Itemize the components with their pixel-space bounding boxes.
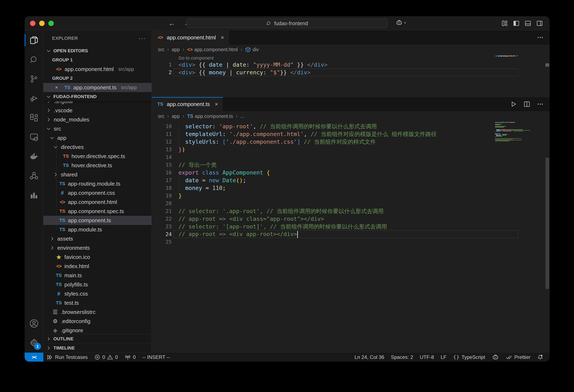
tree-file-.gitignore[interactable]: ◈.gitignore xyxy=(43,326,151,334)
tree-file-.editorconfig[interactable]: ⚙.editorconfig xyxy=(43,317,151,326)
tree-file-app.component.ts[interactable]: TSapp.component.ts xyxy=(43,216,151,225)
command-center-search[interactable]: fudao-frontend xyxy=(187,19,388,28)
tree-folder-src[interactable]: src xyxy=(43,124,151,133)
split-editor-icon[interactable] xyxy=(523,101,531,108)
code-editor-html[interactable]: Go to component1<div> {{ date | date: "y… xyxy=(152,55,550,97)
close-window-button[interactable] xyxy=(30,21,35,26)
activity-docker[interactable] xyxy=(25,147,43,166)
activity-extensions[interactable] xyxy=(25,108,43,127)
breadcrumb-label: app.component.html xyxy=(194,47,238,53)
tree-file-app.module.ts[interactable]: TSapp.module.ts xyxy=(43,225,151,234)
statusbar-notifications[interactable] xyxy=(534,353,547,362)
minimap[interactable] xyxy=(495,55,544,57)
tree-folder-environments[interactable]: environments xyxy=(43,243,151,253)
statusbar-run-testcases[interactable]: Run Testcases xyxy=(43,353,91,362)
statusbar-cursor-position[interactable]: Ln 24, Col 36 xyxy=(351,353,388,362)
breadcrumb-item[interactable]: app xyxy=(172,47,180,53)
statusbar-formatter[interactable]: Prettier xyxy=(502,353,534,362)
breadcrumb-item[interactable]: div xyxy=(245,47,259,53)
tree-folder-node-modules[interactable]: node_modules xyxy=(43,115,151,124)
tree-file-favicon.ico[interactable]: ★favicon.ico xyxy=(43,253,151,262)
tab-app.component.ts[interactable]: TSapp.component.ts× xyxy=(152,97,223,111)
tree-file-hover.directive.ts[interactable]: TShover.directive.ts xyxy=(43,161,151,170)
breadcrumb-item[interactable]: app xyxy=(172,114,180,119)
statusbar-encoding[interactable]: UTF-8 xyxy=(416,353,437,362)
scrollbar-thumb[interactable] xyxy=(545,63,549,67)
error-icon xyxy=(94,354,100,360)
breadcrumb-group-2[interactable]: src›app›TSapp.component.ts›... xyxy=(152,111,550,121)
more-actions-icon[interactable]: ··· xyxy=(139,35,146,42)
close-icon[interactable]: × xyxy=(215,101,218,107)
statusbar-ports[interactable]: 0 xyxy=(121,353,139,362)
activity-kubernetes[interactable] xyxy=(25,166,43,185)
tree-file-.browserslistrc[interactable]: ☰.browserslistrc xyxy=(43,307,151,317)
tree-folder-directives[interactable]: directives xyxy=(43,142,151,152)
activity-accounts[interactable] xyxy=(25,314,43,333)
copilot-menu[interactable]: ˅ xyxy=(396,19,407,26)
tree-file-main.ts[interactable]: TSmain.ts xyxy=(43,271,151,280)
statusbar-language-mode[interactable]: TypeScript xyxy=(450,353,488,362)
activity-settings[interactable]: 1 xyxy=(25,333,43,353)
tree-file-app.component.css[interactable]: #app.component.css xyxy=(43,188,151,197)
code-editor-typescript[interactable]: 10 selector: 'app-root', // 当前组件调用的时候你要以… xyxy=(152,121,550,353)
tree-folder-app[interactable]: app xyxy=(43,133,151,142)
activity-run-and-debug[interactable] xyxy=(25,89,43,108)
run-icon[interactable] xyxy=(510,101,517,108)
tree-file-index.html[interactable]: <>index.html xyxy=(43,262,151,271)
statusbar-text: Spaces: 2 xyxy=(391,354,413,360)
tree-file-app.component.html[interactable]: <>app.component.html xyxy=(43,197,151,207)
code-line-14: 14 xyxy=(152,153,550,161)
section-open-editors[interactable]: OPEN EDITORS xyxy=(43,46,151,55)
activity-remote-explorer[interactable] xyxy=(25,127,43,147)
close-icon[interactable]: × xyxy=(55,85,61,90)
tab-app.component.html[interactable]: <>app.component.html× xyxy=(152,30,229,45)
breadcrumb-item[interactable]: ... xyxy=(240,114,244,119)
tree-folder-.vscode[interactable]: .vscode xyxy=(43,106,151,115)
extensions-icon xyxy=(29,113,39,122)
more-actions-icon[interactable] xyxy=(537,101,544,108)
ts-blue-file-icon: TS xyxy=(59,227,66,232)
tree-folder-.angular[interactable]: .angular xyxy=(43,101,151,106)
open-editor-item[interactable]: <>app.component.htmlsrc/app xyxy=(43,65,151,74)
tree-file-test.ts[interactable]: TStest.ts xyxy=(43,298,151,307)
breadcrumb-group-1[interactable]: src›app›<>app.component.html›div xyxy=(152,45,550,55)
statusbar-eol[interactable]: LF xyxy=(437,353,450,362)
statusbar-problems[interactable]: 00 xyxy=(91,353,121,362)
breadcrumb-item[interactable]: src xyxy=(158,47,164,53)
section-project-root[interactable]: FUDAO-FRONTEND xyxy=(43,92,151,101)
activity-explorer[interactable] xyxy=(25,30,43,50)
section-outline[interactable]: OUTLINE xyxy=(43,334,151,343)
tree-file-styles.css[interactable]: #styles.css xyxy=(43,289,151,298)
statusbar-vim-mode[interactable]: -- INSERT -- xyxy=(139,353,173,362)
more-actions-icon[interactable] xyxy=(537,34,544,41)
open-editor-item[interactable]: ×TSapp.component.tssrc/app xyxy=(43,83,151,92)
tree-file-app.component.spec.ts[interactable]: TSapp.component.spec.ts xyxy=(43,207,151,216)
activity-search[interactable] xyxy=(25,50,43,69)
codelens-go-to-component[interactable]: Go to component xyxy=(152,55,550,61)
minimap[interactable] xyxy=(495,122,544,142)
customize-layout-icon[interactable] xyxy=(501,20,508,27)
tree-file-polyfills.ts[interactable]: TSpolyfills.ts xyxy=(43,280,151,289)
scrollbar-thumb[interactable] xyxy=(545,158,549,289)
breadcrumb-item[interactable]: TSapp.component.ts xyxy=(187,114,233,119)
toggle-secondary-sidebar-icon[interactable] xyxy=(536,20,543,27)
close-icon[interactable]: × xyxy=(221,34,224,41)
token: div xyxy=(182,61,192,68)
tree-folder-shared[interactable]: shared xyxy=(43,170,151,179)
tree-file-hover.directive.spec.ts[interactable]: TShover.directive.spec.ts xyxy=(43,152,151,161)
statusbar-copilot-status[interactable] xyxy=(489,353,502,362)
tree-folder-assets[interactable]: assets xyxy=(43,234,151,243)
maximize-window-button[interactable] xyxy=(48,21,54,26)
back-icon[interactable]: ← xyxy=(168,19,176,27)
minimize-window-button[interactable] xyxy=(39,21,45,26)
activity-resource-monitor[interactable] xyxy=(25,185,43,205)
tree-file-app-routing.module.ts[interactable]: TSapp-routing.module.ts xyxy=(43,179,151,188)
statusbar-indentation[interactable]: Spaces: 2 xyxy=(388,353,417,362)
activity-source-control[interactable] xyxy=(25,69,43,89)
statusbar-remote-indicator[interactable]: >< xyxy=(25,353,43,362)
section-timeline[interactable]: TIMELINE xyxy=(43,343,151,353)
toggle-sidebar-icon[interactable] xyxy=(512,20,520,27)
breadcrumb-item[interactable]: src xyxy=(158,114,164,119)
breadcrumb-item[interactable]: <>app.component.html xyxy=(187,47,238,53)
toggle-panel-icon[interactable] xyxy=(524,20,532,27)
